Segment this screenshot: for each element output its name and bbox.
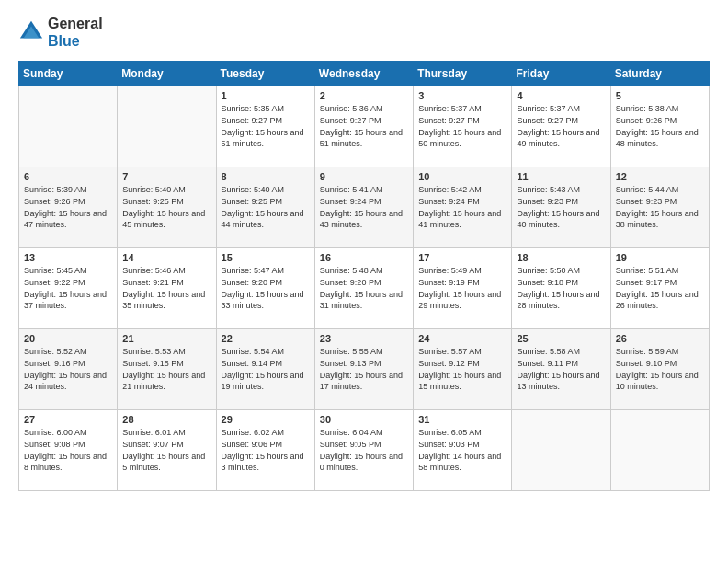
day-number: 26 — [616, 333, 704, 344]
calendar-cell: 28 Sunrise: 6:01 AMSunset: 9:07 PMDaylig… — [118, 410, 216, 491]
week-row-1: 1 Sunrise: 5:35 AMSunset: 9:27 PMDayligh… — [19, 86, 710, 167]
week-row-2: 6 Sunrise: 5:39 AMSunset: 9:26 PMDayligh… — [19, 167, 710, 248]
day-number: 20 — [24, 333, 112, 344]
logo: General Blue — [18, 15, 103, 50]
weekday-header-friday: Friday — [512, 62, 610, 86]
day-info: Sunrise: 5:37 AMSunset: 9:27 PMDaylight:… — [517, 103, 605, 149]
header: General Blue — [18, 15, 710, 50]
day-info: Sunrise: 5:38 AMSunset: 9:26 PMDaylight:… — [616, 103, 704, 149]
calendar-cell: 13 Sunrise: 5:45 AMSunset: 9:22 PMDaylig… — [19, 248, 118, 329]
day-number: 4 — [517, 90, 605, 101]
day-info: Sunrise: 5:40 AMSunset: 9:25 PMDaylight:… — [122, 184, 210, 230]
calendar-cell — [118, 86, 216, 167]
day-number: 21 — [122, 333, 210, 344]
calendar-cell: 7 Sunrise: 5:40 AMSunset: 9:25 PMDayligh… — [118, 167, 216, 248]
calendar-cell: 19 Sunrise: 5:51 AMSunset: 9:17 PMDaylig… — [610, 248, 709, 329]
calendar-cell: 31 Sunrise: 6:05 AMSunset: 9:03 PMDaylig… — [414, 410, 512, 491]
calendar-cell: 16 Sunrise: 5:48 AMSunset: 9:20 PMDaylig… — [314, 248, 413, 329]
calendar-cell: 15 Sunrise: 5:47 AMSunset: 9:20 PMDaylig… — [216, 248, 314, 329]
day-info: Sunrise: 5:49 AMSunset: 9:19 PMDaylight:… — [418, 265, 506, 311]
day-info: Sunrise: 5:36 AMSunset: 9:27 PMDaylight:… — [320, 103, 408, 149]
calendar-cell: 26 Sunrise: 5:59 AMSunset: 9:10 PMDaylig… — [610, 329, 709, 410]
weekday-header-wednesday: Wednesday — [314, 62, 413, 86]
day-number: 30 — [320, 414, 408, 425]
day-info: Sunrise: 5:44 AMSunset: 9:23 PMDaylight:… — [616, 184, 704, 230]
day-number: 9 — [320, 171, 408, 182]
day-number: 13 — [24, 252, 112, 263]
day-info: Sunrise: 5:59 AMSunset: 9:10 PMDaylight:… — [616, 346, 704, 392]
calendar-cell: 24 Sunrise: 5:57 AMSunset: 9:12 PMDaylig… — [414, 329, 512, 410]
day-info: Sunrise: 5:41 AMSunset: 9:24 PMDaylight:… — [320, 184, 408, 230]
day-info: Sunrise: 6:05 AMSunset: 9:03 PMDaylight:… — [418, 427, 506, 473]
week-row-5: 27 Sunrise: 6:00 AMSunset: 9:08 PMDaylig… — [19, 410, 710, 491]
day-info: Sunrise: 5:47 AMSunset: 9:20 PMDaylight:… — [222, 265, 310, 311]
day-number: 15 — [222, 252, 310, 263]
day-info: Sunrise: 5:37 AMSunset: 9:27 PMDaylight:… — [418, 103, 506, 149]
calendar-cell: 18 Sunrise: 5:50 AMSunset: 9:18 PMDaylig… — [512, 248, 610, 329]
calendar-cell: 17 Sunrise: 5:49 AMSunset: 9:19 PMDaylig… — [414, 248, 512, 329]
day-info: Sunrise: 6:01 AMSunset: 9:07 PMDaylight:… — [122, 427, 210, 473]
day-info: Sunrise: 5:45 AMSunset: 9:22 PMDaylight:… — [24, 265, 112, 311]
day-number: 3 — [418, 90, 506, 101]
calendar-table: SundayMondayTuesdayWednesdayThursdayFrid… — [18, 61, 710, 491]
day-number: 14 — [122, 252, 210, 263]
weekday-header-row: SundayMondayTuesdayWednesdayThursdayFrid… — [19, 62, 710, 86]
day-info: Sunrise: 5:48 AMSunset: 9:20 PMDaylight:… — [320, 265, 408, 311]
calendar-cell: 1 Sunrise: 5:35 AMSunset: 9:27 PMDayligh… — [216, 86, 314, 167]
day-number: 19 — [616, 252, 704, 263]
weekday-header-tuesday: Tuesday — [216, 62, 314, 86]
day-info: Sunrise: 6:04 AMSunset: 9:05 PMDaylight:… — [320, 427, 408, 473]
calendar-cell: 21 Sunrise: 5:53 AMSunset: 9:15 PMDaylig… — [118, 329, 216, 410]
calendar-cell: 29 Sunrise: 6:02 AMSunset: 9:06 PMDaylig… — [216, 410, 314, 491]
logo-text: General Blue — [48, 15, 103, 50]
day-info: Sunrise: 5:51 AMSunset: 9:17 PMDaylight:… — [616, 265, 704, 311]
day-number: 8 — [222, 171, 310, 182]
calendar-cell: 27 Sunrise: 6:00 AMSunset: 9:08 PMDaylig… — [19, 410, 118, 491]
day-info: Sunrise: 5:42 AMSunset: 9:24 PMDaylight:… — [418, 184, 506, 230]
calendar-cell: 25 Sunrise: 5:58 AMSunset: 9:11 PMDaylig… — [512, 329, 610, 410]
calendar-cell: 14 Sunrise: 5:46 AMSunset: 9:21 PMDaylig… — [118, 248, 216, 329]
day-number: 29 — [222, 414, 310, 425]
calendar-cell: 2 Sunrise: 5:36 AMSunset: 9:27 PMDayligh… — [314, 86, 413, 167]
day-info: Sunrise: 5:35 AMSunset: 9:27 PMDaylight:… — [222, 103, 310, 149]
day-info: Sunrise: 6:00 AMSunset: 9:08 PMDaylight:… — [24, 427, 112, 473]
day-number: 6 — [24, 171, 112, 182]
calendar-cell: 11 Sunrise: 5:43 AMSunset: 9:23 PMDaylig… — [512, 167, 610, 248]
calendar-cell — [19, 86, 118, 167]
day-number: 7 — [122, 171, 210, 182]
week-row-3: 13 Sunrise: 5:45 AMSunset: 9:22 PMDaylig… — [19, 248, 710, 329]
day-number: 16 — [320, 252, 408, 263]
logo-icon — [18, 19, 44, 45]
day-number: 10 — [418, 171, 506, 182]
weekday-header-monday: Monday — [118, 62, 216, 86]
calendar-cell: 6 Sunrise: 5:39 AMSunset: 9:26 PMDayligh… — [19, 167, 118, 248]
day-number: 17 — [418, 252, 506, 263]
calendar-cell: 20 Sunrise: 5:52 AMSunset: 9:16 PMDaylig… — [19, 329, 118, 410]
calendar-cell: 22 Sunrise: 5:54 AMSunset: 9:14 PMDaylig… — [216, 329, 314, 410]
day-info: Sunrise: 5:46 AMSunset: 9:21 PMDaylight:… — [122, 265, 210, 311]
day-number: 2 — [320, 90, 408, 101]
day-info: Sunrise: 5:40 AMSunset: 9:25 PMDaylight:… — [222, 184, 310, 230]
day-info: Sunrise: 5:58 AMSunset: 9:11 PMDaylight:… — [517, 346, 605, 392]
page: General Blue SundayMondayTuesdayWednesda… — [0, 0, 728, 563]
day-number: 1 — [222, 90, 310, 101]
day-number: 12 — [616, 171, 704, 182]
weekday-header-saturday: Saturday — [610, 62, 709, 86]
calendar-cell — [512, 410, 610, 491]
day-info: Sunrise: 5:52 AMSunset: 9:16 PMDaylight:… — [24, 346, 112, 392]
logo-line2: Blue — [48, 33, 80, 49]
day-info: Sunrise: 5:43 AMSunset: 9:23 PMDaylight:… — [517, 184, 605, 230]
calendar-cell: 10 Sunrise: 5:42 AMSunset: 9:24 PMDaylig… — [414, 167, 512, 248]
day-info: Sunrise: 5:55 AMSunset: 9:13 PMDaylight:… — [320, 346, 408, 392]
day-number: 23 — [320, 333, 408, 344]
day-info: Sunrise: 5:50 AMSunset: 9:18 PMDaylight:… — [517, 265, 605, 311]
day-info: Sunrise: 5:54 AMSunset: 9:14 PMDaylight:… — [222, 346, 310, 392]
calendar-cell: 5 Sunrise: 5:38 AMSunset: 9:26 PMDayligh… — [610, 86, 709, 167]
calendar-cell: 12 Sunrise: 5:44 AMSunset: 9:23 PMDaylig… — [610, 167, 709, 248]
day-number: 11 — [517, 171, 605, 182]
day-info: Sunrise: 6:02 AMSunset: 9:06 PMDaylight:… — [222, 427, 310, 473]
calendar-cell — [610, 410, 709, 491]
day-number: 24 — [418, 333, 506, 344]
calendar-cell: 4 Sunrise: 5:37 AMSunset: 9:27 PMDayligh… — [512, 86, 610, 167]
weekday-header-sunday: Sunday — [19, 62, 118, 86]
